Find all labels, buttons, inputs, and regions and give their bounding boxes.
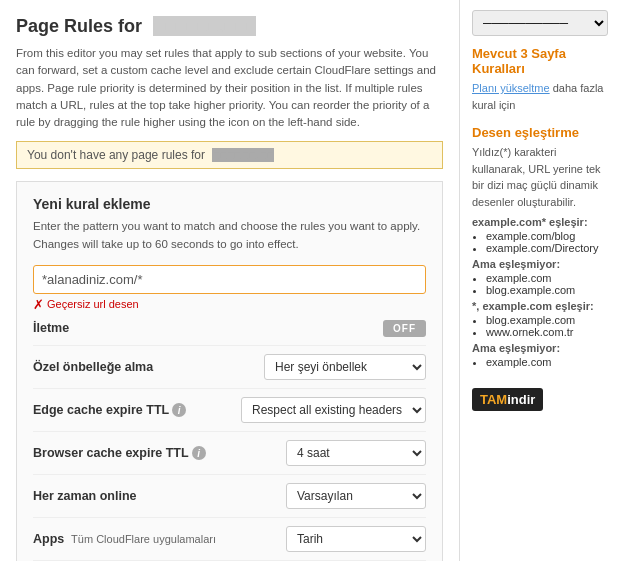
rule-select[interactable]: VarsayılanAçıkKapalı [286, 483, 426, 509]
page-title: Page Rules for ■■■■■■.■■■ [16, 16, 443, 37]
invalid-url-message: ✗ Geçersiz url desen [33, 297, 426, 312]
url-input[interactable] [33, 265, 426, 294]
rule-control: 4 saat2 saat8 saat1 gün [286, 440, 426, 466]
rule-sublabel: Tüm CloudFlare uygulamaları [68, 533, 216, 545]
list-item: example.com [486, 272, 608, 284]
rule-row: Browser cache expire TTLi4 saat2 saat8 s… [33, 432, 426, 475]
rule-select[interactable]: Respect all existing headers2 saat4 saat… [241, 397, 426, 423]
rule-label: Özel önbelleğe alma [33, 360, 264, 374]
rule-label: İletme [33, 321, 383, 335]
no-match-label: Ama eşleşmiyor: [472, 258, 608, 270]
no-match2-label: Ama eşleşmiyor: [472, 342, 608, 354]
rule-control: OFF [383, 320, 426, 337]
rule-label: Browser cache expire TTLi [33, 446, 286, 461]
warning-box: You don't have any page rules for ■■■■■■… [16, 141, 443, 169]
rule-select[interactable]: TarihAçıkKapalı [286, 526, 426, 552]
match-label: example.com* eşleşir: [472, 216, 608, 228]
rule-control: Respect all existing headers2 saat4 saat… [241, 397, 426, 423]
sidebar-current-rules: Mevcut 3 Sayfa Kuralları Planı yükseltme… [472, 46, 608, 113]
pattern-matching-title: Desen eşleştirme [472, 125, 608, 140]
rule-control: Her şeyi önbellekHiçbirini önbelleğe alm… [264, 354, 426, 380]
sidebar: ────────── Mevcut 3 Sayfa Kuralları Plan… [460, 0, 620, 561]
list-item: www.ornek.com.tr [486, 326, 608, 338]
list-item: blog.example.com [486, 314, 608, 326]
intro-text: From this editor you may set rules that … [16, 45, 443, 131]
rule-row: İletmeOFF [33, 312, 426, 346]
tamindir-badge: TAMindir [472, 388, 543, 411]
rules-list: İletmeOFFÖzel önbelleğe almaHer şeyi önb… [33, 312, 426, 561]
form-desc: Enter the pattern you want to match and … [33, 218, 426, 253]
list-item: example.com [486, 356, 608, 368]
info-icon[interactable]: i [192, 446, 206, 460]
rule-control: TarihAçıkKapalı [286, 526, 426, 552]
list-item: example.com/blog [486, 230, 608, 242]
sidebar-dropdown[interactable]: ────────── [472, 10, 608, 36]
match2-list: blog.example.com www.ornek.com.tr [472, 314, 608, 338]
no-match-list: example.com blog.example.com [472, 272, 608, 296]
rule-select[interactable]: Her şeyi önbellekHiçbirini önbelleğe alm… [264, 354, 426, 380]
info-icon[interactable]: i [172, 403, 186, 417]
error-icon: ✗ [33, 297, 44, 312]
rule-row: Her zaman onlineVarsayılanAçıkKapalı [33, 475, 426, 518]
match2-label: *, example.com eşleşir: [472, 300, 608, 312]
match-list: example.com/blog example.com/Directory [472, 230, 608, 254]
rule-label: Edge cache expire TTLi [33, 403, 241, 418]
rule-row: Apps Tüm CloudFlare uygulamalarıTarihAçı… [33, 518, 426, 561]
rule-row: Özel önbelleğe almaHer şeyi önbellekHiçb… [33, 346, 426, 389]
list-item: blog.example.com [486, 284, 608, 296]
rule-control: VarsayılanAçıkKapalı [286, 483, 426, 509]
form-section-title: Yeni kural ekleme [33, 196, 426, 212]
rule-label: Her zaman online [33, 489, 286, 503]
rule-select[interactable]: 4 saat2 saat8 saat1 gün [286, 440, 426, 466]
sidebar-pattern-matching: Desen eşleştirme Yıldız(*) karakteri kul… [472, 125, 608, 368]
no-match2-list: example.com [472, 356, 608, 368]
list-item: example.com/Directory [486, 242, 608, 254]
plan-upgrade-link[interactable]: Planı yükseltme [472, 82, 550, 94]
current-rules-title: Mevcut 3 Sayfa Kuralları [472, 46, 608, 76]
toggle-switch[interactable]: OFF [383, 320, 426, 337]
rule-label: Apps Tüm CloudFlare uygulamaları [33, 532, 286, 546]
new-rule-form: Yeni kural ekleme Enter the pattern you … [16, 181, 443, 561]
rule-row: Edge cache expire TTLiRespect all existi… [33, 389, 426, 432]
pattern-desc: Yıldız(*) karakteri kullanarak, URL yeri… [472, 144, 608, 210]
